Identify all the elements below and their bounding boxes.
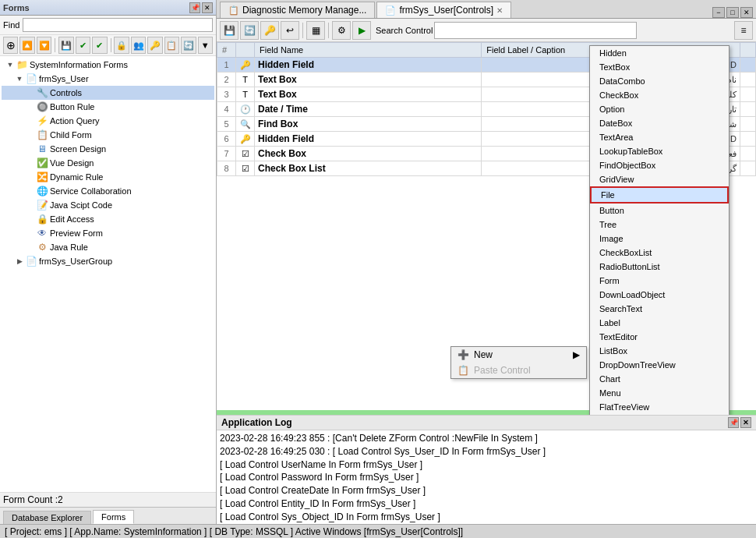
tree-node-vuedesign[interactable]: ✅ Vue Design (2, 156, 214, 170)
tree-expand-javascript[interactable] (25, 200, 36, 211)
tree-expand-frmsysusergroup[interactable]: ▶ (14, 256, 25, 267)
mt-btn-play[interactable]: ▶ (352, 21, 371, 40)
context-menu-item-hidden[interactable]: Hidden (590, 46, 729, 60)
mt-btn-settings[interactable]: ⚙ (332, 21, 351, 40)
row-action (740, 102, 756, 117)
tree-node-javarule[interactable]: ⚙ Java Rule (2, 240, 214, 254)
context-menu-item-dropdowntreeview[interactable]: DropDownTreeView (590, 358, 729, 372)
context-menu-item-findobjectbox[interactable]: FindObjectBox (590, 158, 729, 172)
tab-forms[interactable]: Forms (93, 510, 134, 524)
context-menu-item-texteditor[interactable]: TextEditor (590, 330, 729, 344)
tree-expand-javarule[interactable] (25, 242, 36, 253)
context-menu-item-form[interactable]: Form (590, 274, 729, 288)
context-menu-item-listbox[interactable]: ListBox (590, 344, 729, 358)
paste-menu-item[interactable]: 📋 Paste Control (451, 363, 586, 378)
paste-menu-icon: 📋 (457, 365, 469, 376)
context-menu-item-checkboxlist[interactable]: CheckBoxList (590, 246, 729, 260)
tree-node-previewform[interactable]: 👁 Preview Form (2, 226, 214, 240)
tree-expand-frmsysuser[interactable]: ▼ (14, 73, 25, 84)
tree-tb-btn-1[interactable]: ⊕ (3, 37, 18, 54)
tab-db-explorer[interactable]: Database Explorer (3, 511, 91, 524)
tree-tb-btn-4[interactable]: 💾 (58, 37, 73, 54)
tree-expand-sysinfo[interactable]: ▼ (5, 59, 16, 70)
log-pin-button[interactable]: 📌 (728, 417, 739, 428)
tree-expand-servicecollab[interactable] (25, 186, 36, 196)
forms-close-button[interactable]: ✕ (202, 2, 213, 13)
mt-btn-refresh[interactable]: 🔄 (240, 21, 259, 40)
tree-expand-childform[interactable] (25, 129, 36, 140)
mt-btn-grid[interactable]: ▦ (306, 21, 325, 40)
context-menu-item-flattreeview[interactable]: FlatTreeView (590, 400, 729, 414)
tree-tb-btn-2[interactable]: 🔼 (19, 37, 34, 54)
log-area: Application Log 📌 ✕ 2023-02-28 16:49:23 … (217, 415, 756, 524)
tree-node-frmsysuser[interactable]: ▼ 📄 frmSys_User (2, 72, 214, 86)
context-menu-item-datacombo[interactable]: DataCombo (590, 74, 729, 88)
context-menu-item-textarea[interactable]: TextArea (590, 130, 729, 144)
tree-expand-actionquery[interactable] (25, 115, 36, 126)
tree-tb-btn-8[interactable]: 👥 (131, 37, 146, 54)
log-close-button[interactable]: ✕ (740, 417, 751, 428)
tree-expand-dynamicrule[interactable] (25, 172, 36, 182)
tab-restore-button[interactable]: □ (726, 7, 739, 18)
tree-node-childform[interactable]: 📋 Child Form (2, 128, 214, 142)
paste-menu-label: Paste Control (474, 365, 531, 376)
context-menu-item-downloadobject[interactable]: DownLoadObject (590, 288, 729, 302)
tree-expand-previewform[interactable] (25, 228, 36, 239)
tree-tb-btn-12[interactable]: ▼ (198, 37, 213, 54)
search-control-input[interactable] (434, 22, 637, 39)
mt-btn-save[interactable]: 💾 (220, 21, 238, 40)
tree-tb-btn-9[interactable]: 🔑 (147, 37, 162, 54)
tab-close-button[interactable]: ✕ (740, 7, 753, 18)
forms-pin-button[interactable]: 📌 (189, 2, 200, 13)
tree-node-actionquery[interactable]: ⚡ Action Query (2, 114, 214, 128)
tree-tb-btn-5[interactable]: ✔ (76, 37, 90, 54)
tree-expand-editaccess[interactable] (25, 214, 36, 225)
tree-node-controls[interactable]: 🔧 Controls (2, 86, 214, 100)
context-menu-item-menu[interactable]: Menu (590, 386, 729, 400)
tree-tb-btn-6[interactable]: ✔ (92, 37, 107, 54)
tree-expand-controls[interactable] (25, 87, 36, 98)
tree-node-javascript[interactable]: 📝 Java Scipt Code (2, 198, 214, 212)
mt-btn-undo[interactable]: ↩ (281, 21, 299, 40)
context-menu-item-option[interactable]: Option (590, 102, 729, 116)
tree-tb-btn-7[interactable]: 🔒 (114, 37, 129, 54)
tree-node-dynamicrule[interactable]: 🔀 Dynamic Rule (2, 170, 214, 184)
tree-tb-btn-10[interactable]: 📋 (164, 37, 179, 54)
context-menu-item-image[interactable]: Image (590, 232, 729, 246)
context-menu-item-label[interactable]: Label (590, 316, 729, 330)
tab-close-icon[interactable]: ✕ (496, 6, 503, 15)
tree-node-screendesign[interactable]: 🖥 Screen Design (2, 142, 214, 156)
tab-minimize-button[interactable]: − (712, 7, 725, 18)
tree-node-servicecollab[interactable]: 🌐 Service Collaboration (2, 184, 214, 198)
context-menu-item-textbox[interactable]: TextBox (590, 60, 729, 74)
tab-frmsysuser[interactable]: 📄 frmSys_User[Controls] ✕ (376, 2, 511, 18)
tree-expand-buttonrule[interactable] (25, 101, 36, 112)
new-menu-item[interactable]: ➕ New ▶ (451, 347, 586, 363)
tree-expand-screendesign[interactable] (25, 143, 36, 154)
mt-btn-key[interactable]: 🔑 (260, 21, 279, 40)
main-toolbar: 💾 🔄 🔑 ↩ ▦ ⚙ ▶ Search Control ≡ (217, 19, 756, 42)
tree-node-sysinfo[interactable]: ▼ 📁 SystemInformation Forms (2, 58, 214, 72)
tree-expand-vuedesign[interactable] (25, 158, 36, 168)
context-menu-item-tree[interactable]: Tree (590, 218, 729, 232)
context-menu-item-gridview[interactable]: GridView (590, 172, 729, 186)
context-menu-item-searchtext[interactable]: SearchText (590, 302, 729, 316)
tree-node-editaccess[interactable]: 🔒 Edit Access (2, 212, 214, 226)
mt-end-btn[interactable]: ≡ (734, 21, 753, 40)
tab-diagnostic[interactable]: 📋 Diagnostic Memory Manage... (220, 2, 375, 18)
tree-node-frmsysusergroup[interactable]: ▶ 📄 frmSys_UserGroup (2, 254, 214, 268)
tree-node-buttonrule[interactable]: 🔘 Button Rule (2, 100, 214, 114)
tree-tb-btn-11[interactable]: 🔄 (181, 37, 196, 54)
controls-icon: 🔧 (36, 87, 48, 99)
context-menu-item-lookuptablebox[interactable]: LookupTableBox (590, 144, 729, 158)
row-fieldname: Find Box (255, 117, 482, 132)
context-menu-item-file[interactable]: File (590, 186, 729, 204)
tree-tb-btn-3[interactable]: 🔽 (37, 37, 51, 54)
context-menu-item-chart[interactable]: Chart (590, 372, 729, 386)
find-input[interactable] (23, 18, 213, 32)
context-menu-item-button[interactable]: Button (590, 204, 729, 218)
context-menu-item-radiobuttonlist[interactable]: RadioButtonList (590, 260, 729, 274)
context-menu-item-clientbutton[interactable]: ClientButton (590, 414, 729, 415)
context-menu-item-checkbox[interactable]: CheckBox (590, 88, 729, 102)
context-menu-item-datebox[interactable]: DateBox (590, 116, 729, 130)
